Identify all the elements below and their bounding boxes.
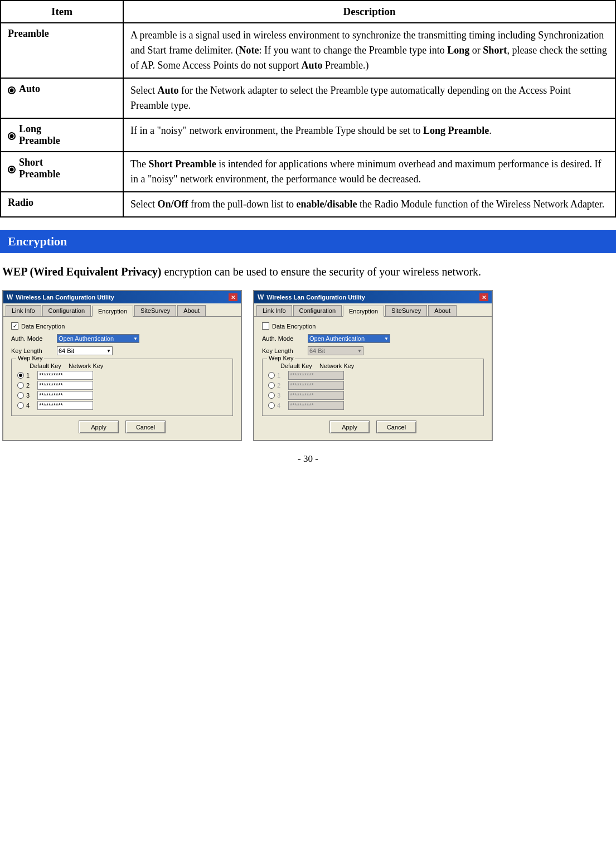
key-length-value-left: 64 Bit <box>59 347 74 354</box>
main-content-table: Item Description Preamble A preamble is … <box>0 0 616 218</box>
desc-short-preamble: The Short Preamble is intended for appli… <box>123 152 615 192</box>
wep-num-2-right: 2 <box>277 382 288 389</box>
wep-input-1-right <box>288 371 344 380</box>
col-default-right: Default Key <box>280 363 319 369</box>
dialog-left-content: Data Encryption Auth. Mode Open Authenti… <box>3 317 241 440</box>
wep-input-4-left[interactable] <box>37 401 93 410</box>
wep-input-3-right <box>288 391 344 400</box>
dialog-right-buttons: Apply Cancel <box>262 421 484 433</box>
wep-group-label-right: Wep Key <box>267 355 295 361</box>
wep-key-group-left: Wep Key Default Key Network Key 1 2 <box>11 359 233 416</box>
titlebar-right-content: W Wireless Lan Configuration Utility <box>258 293 365 301</box>
wep-radio-1-right[interactable] <box>268 372 275 379</box>
wep-row-1-left: 1 <box>17 371 227 380</box>
col-default-left: Default Key <box>30 363 69 369</box>
table-row: Preamble A preamble is a signal used in … <box>1 23 615 78</box>
cancel-button-right[interactable]: Cancel <box>376 421 416 433</box>
tab-about-left[interactable]: About <box>177 305 206 316</box>
wep-radio-4-left[interactable] <box>17 402 24 409</box>
close-button-right[interactable]: ✕ <box>479 293 488 301</box>
table-row: Radio Select On/Off from the pull-down l… <box>1 192 615 217</box>
wep-radio-3-left[interactable] <box>17 392 24 399</box>
key-length-label-right: Key Length <box>262 347 308 354</box>
apply-button-left[interactable]: Apply <box>79 421 119 433</box>
tab-linkinfo-right[interactable]: Link Info <box>256 305 292 316</box>
wep-input-3-left[interactable] <box>37 391 93 400</box>
data-encryption-checkbox-left[interactable] <box>11 322 18 330</box>
auth-mode-dropdown-left[interactable]: Open Authentication ▼ <box>57 334 139 343</box>
wep-radio-2-right[interactable] <box>268 382 275 389</box>
data-encryption-checkbox-right[interactable] <box>262 322 269 330</box>
w-icon-left: W <box>7 293 13 301</box>
wep-radio-2-left[interactable] <box>17 382 24 389</box>
auth-mode-arrow-left: ▼ <box>133 336 138 341</box>
wep-num-1-left: 1 <box>26 372 37 379</box>
item-short-preamble: ShortPreamble <box>1 152 123 192</box>
key-length-dropdown-right[interactable]: 64 Bit ▼ <box>308 346 363 355</box>
wep-description: WEP (Wired Equivalent Privacy) encryptio… <box>0 263 616 280</box>
titlebar-left-content: W Wireless Lan Configuration Utility <box>7 293 114 301</box>
tab-sitesurvey-left[interactable]: SiteSurvey <box>134 305 176 316</box>
desc-long-preamble: If in a "noisy" network environment, the… <box>123 118 615 152</box>
key-length-row-left: Key Length 64 Bit ▼ <box>11 346 233 355</box>
wep-row-3-right: 3 <box>268 391 478 400</box>
key-length-label-left: Key Length <box>11 347 57 354</box>
encryption-header: Encryption <box>0 230 616 253</box>
wep-row-3-left: 3 <box>17 391 227 400</box>
wep-radio-1-left[interactable] <box>17 372 24 379</box>
dialog-right-title: Wireless Lan Configuration Utility <box>266 294 365 301</box>
auth-mode-dropdown-right[interactable]: Open Authentication ▼ <box>308 334 390 343</box>
tab-bar-left: Link Info Configuration Encryption SiteS… <box>3 303 241 317</box>
item-long-preamble: LongPreamble <box>1 118 123 152</box>
wep-row-4-left: 4 <box>17 401 227 410</box>
w-icon-right: W <box>258 293 264 301</box>
wep-row-2-left: 2 <box>17 381 227 390</box>
tab-linkinfo-left[interactable]: Link Info <box>6 305 41 316</box>
wep-num-2-left: 2 <box>26 382 37 389</box>
auth-mode-label-left: Auth. Mode <box>11 335 57 342</box>
table-row: ShortPreamble The Short Preamble is inte… <box>1 152 615 192</box>
titlebar-left: W Wireless Lan Configuration Utility ✕ <box>3 291 241 303</box>
screenshots-container: W Wireless Lan Configuration Utility ✕ L… <box>0 290 616 441</box>
dialog-left-title: Wireless Lan Configuration Utility <box>16 294 114 301</box>
tab-about-right[interactable]: About <box>428 305 457 316</box>
auth-mode-value-left: Open Authentication <box>59 335 114 342</box>
cancel-button-left[interactable]: Cancel <box>125 421 166 433</box>
page-number: - 30 - <box>0 453 616 470</box>
wep-row-1-right: 1 <box>268 371 478 380</box>
wep-input-2-left[interactable] <box>37 381 93 390</box>
tab-configuration-right[interactable]: Configuration <box>293 305 342 316</box>
item-auto: Auto <box>1 78 123 118</box>
tab-encryption-right[interactable]: Encryption <box>343 306 384 317</box>
wep-input-1-left[interactable] <box>37 371 93 380</box>
auth-mode-arrow-right: ▼ <box>384 336 389 341</box>
key-length-dropdown-left[interactable]: 64 Bit ▼ <box>57 346 113 355</box>
dialog-left: W Wireless Lan Configuration Utility ✕ L… <box>2 290 242 441</box>
col-item-header: Item <box>1 1 123 23</box>
close-button-left[interactable]: ✕ <box>229 293 237 301</box>
auth-mode-row-left: Auth. Mode Open Authentication ▼ <box>11 334 233 343</box>
wep-input-4-right <box>288 401 344 410</box>
col-network-left: Network Key <box>69 363 103 369</box>
wep-num-3-right: 3 <box>277 392 288 399</box>
desc-radio: Select On/Off from the pull-down list to… <box>123 192 615 217</box>
wep-row-4-right: 4 <box>268 401 478 410</box>
wep-input-2-right <box>288 381 344 390</box>
data-encryption-label-right: Data Encryption <box>272 323 316 330</box>
auth-mode-value-right: Open Authentication <box>309 335 365 342</box>
wep-key-group-right: Wep Key Default Key Network Key 1 2 <box>262 359 484 416</box>
wep-radio-4-right[interactable] <box>268 402 275 409</box>
wep-radio-3-right[interactable] <box>268 392 275 399</box>
tab-encryption-left[interactable]: Encryption <box>92 306 133 317</box>
tab-sitesurvey-right[interactable]: SiteSurvey <box>385 305 427 316</box>
wep-num-4-right: 4 <box>277 402 288 409</box>
dialog-right: W Wireless Lan Configuration Utility ✕ L… <box>253 290 493 441</box>
tab-configuration-left[interactable]: Configuration <box>42 305 91 316</box>
col-description-header: Description <box>123 1 615 23</box>
apply-button-right[interactable]: Apply <box>329 421 370 433</box>
dialog-left-buttons: Apply Cancel <box>11 421 233 433</box>
titlebar-right: W Wireless Lan Configuration Utility ✕ <box>254 291 492 303</box>
item-radio: Radio <box>1 192 123 217</box>
key-length-arrow-right: ▼ <box>357 349 362 354</box>
data-encryption-label-left: Data Encryption <box>21 323 65 330</box>
